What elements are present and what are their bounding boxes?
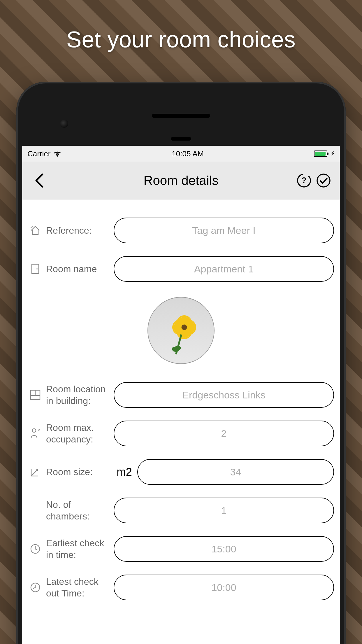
chambers-input[interactable] [114, 498, 334, 523]
svg-point-2 [317, 174, 330, 187]
phone-mockup: Carrier 10:05 AM ⚡︎ Room details [16, 82, 346, 644]
house-icon [28, 225, 43, 236]
status-carrier: Carrier [27, 149, 50, 158]
sunflower-image [174, 317, 194, 337]
label-reference: Reference: [46, 225, 110, 236]
svg-rect-3 [32, 264, 39, 274]
svg-point-8 [32, 429, 36, 432]
checkout-input[interactable] [114, 575, 334, 600]
label-room-name: Room name [46, 263, 110, 275]
row-checkin: Earliest check in time: [28, 530, 334, 568]
label-checkin: Earliest check in time: [46, 537, 110, 561]
svg-text:?: ? [301, 175, 306, 185]
phone-home-indicator [171, 137, 191, 141]
charging-icon: ⚡︎ [330, 150, 335, 158]
phone-camera [60, 120, 68, 128]
label-size: Room size: [46, 466, 110, 478]
wifi-icon [53, 150, 61, 157]
location-input[interactable] [114, 382, 334, 408]
size-input[interactable] [137, 459, 334, 485]
size-icon [28, 466, 43, 478]
chevron-left-icon [34, 174, 44, 188]
label-chambers: No. of chambers: [46, 499, 110, 522]
row-room-name: Room name [28, 250, 334, 288]
room-name-input[interactable] [114, 256, 334, 282]
phone-bezel-top [22, 90, 340, 146]
form-content[interactable]: Reference: Room name [22, 200, 340, 644]
row-photo [28, 288, 334, 376]
status-bar: Carrier 10:05 AM ⚡︎ [22, 146, 340, 162]
row-size: Room size: m2 [28, 453, 334, 491]
row-occupancy: × Room max. occupancy: [28, 414, 334, 453]
label-occupancy: Room max. occupancy: [46, 422, 110, 445]
room-photo[interactable] [147, 297, 215, 364]
help-button[interactable]: ? [296, 172, 312, 189]
row-chambers: No. of chambers: [28, 491, 334, 530]
page-title: Room details [66, 173, 296, 188]
person-icon: × [28, 428, 43, 439]
row-location: Room location in building: [28, 376, 334, 414]
phone-speaker [152, 114, 210, 118]
svg-text:×: × [38, 428, 40, 433]
nav-bar: Room details ? [22, 162, 340, 200]
confirm-button[interactable] [316, 172, 331, 189]
battery-icon [314, 150, 327, 157]
promo-heading: Set your room choices [0, 26, 362, 53]
help-icon: ? [297, 173, 311, 188]
svg-point-4 [36, 268, 38, 270]
clock-in-icon [28, 543, 43, 554]
label-checkout: Latest check out Time: [46, 576, 110, 599]
phone-screen: Carrier 10:05 AM ⚡︎ Room details [22, 146, 340, 644]
row-reference: Reference: [28, 211, 334, 250]
occupancy-input[interactable] [114, 421, 334, 446]
reference-input[interactable] [114, 218, 334, 243]
row-checkout: Latest check out Time: [28, 568, 334, 607]
size-unit: m2 [114, 466, 132, 478]
check-circle-icon [316, 173, 331, 188]
door-icon [28, 263, 43, 275]
back-button[interactable] [31, 172, 48, 189]
checkin-input[interactable] [114, 536, 334, 562]
clock-out-icon [28, 582, 43, 593]
label-location: Room location in building: [46, 383, 110, 407]
status-time: 10:05 AM [172, 149, 204, 158]
floorplan-icon [28, 389, 43, 401]
